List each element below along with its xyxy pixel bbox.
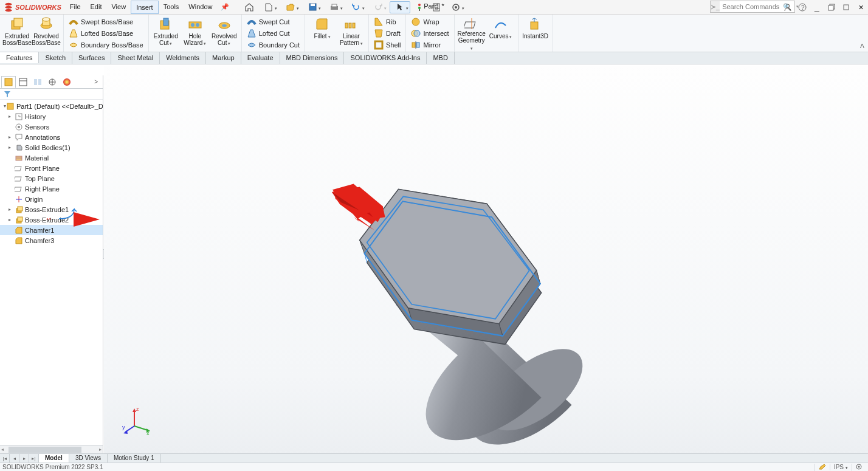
status-edit-icon[interactable] <box>815 464 830 471</box>
hole-wizard-button[interactable]: HoleWizard <box>181 15 210 52</box>
extruded-cut-button[interactable]: ExtrudedCut <box>151 15 181 52</box>
ribbon-tab-mbd-dimensions[interactable]: MBD Dimensions <box>280 52 345 64</box>
swept-cut-button[interactable]: Swept Cut <box>244 16 302 27</box>
btab-first-button[interactable]: |◂ <box>0 454 10 462</box>
tree-item-origin[interactable]: Origin <box>0 194 103 204</box>
svg-rect-17 <box>828 5 833 10</box>
ribbon-group-boss-more: Swept Boss/Base Lofted Boss/Base Boundar… <box>64 15 149 52</box>
ribbon-tab-sketch[interactable]: Sketch <box>39 52 72 64</box>
feature-tree[interactable]: ▾ Part1 (Default) <<Default>_Display St.… <box>0 100 103 445</box>
help-button[interactable]: ? <box>795 0 810 15</box>
tree-item-boss-extrude1[interactable]: ▸Boss-Extrude1 <box>0 204 103 215</box>
fillet-button[interactable]: Fillet <box>308 15 337 52</box>
ribbon-tab-evaluate[interactable]: Evaluate <box>241 52 280 64</box>
fm-tab-tree[interactable] <box>1 76 16 88</box>
shell-button[interactable]: Shell <box>371 40 403 50</box>
minimize-button[interactable]: _ <box>810 0 824 15</box>
tree-item-chamfer3[interactable]: Chamfer3 <box>0 235 103 246</box>
close-button[interactable]: ✕ <box>853 0 868 15</box>
btab-last-button[interactable]: ▸| <box>29 454 39 462</box>
ribbon-group-cut: ExtrudedCut HoleWizard RevolvedCut <box>149 15 242 52</box>
tree-item-right-plane[interactable]: Right Plane <box>0 184 103 194</box>
fm-tab-dimxpert[interactable] <box>45 76 60 88</box>
login-button[interactable] <box>780 0 795 15</box>
pin-menu-icon[interactable]: 📌 <box>221 3 229 11</box>
menu-file[interactable]: File <box>65 1 86 14</box>
revolved-boss-button[interactable]: RevolvedBoss/Base <box>32 15 61 52</box>
svg-rect-31 <box>345 23 348 28</box>
tree-root[interactable]: ▾ Part1 (Default) <<Default>_Display St.… <box>0 101 103 111</box>
menu-edit[interactable]: Edit <box>86 1 107 14</box>
btab-next-button[interactable]: ▸ <box>19 454 29 462</box>
lofted-cut-button[interactable]: Lofted Cut <box>244 28 302 39</box>
options-button[interactable]: ▾ <box>446 1 466 13</box>
menu-view[interactable]: View <box>106 1 131 14</box>
tree-item-solid-bodies-1-[interactable]: ▸Solid Bodies(1) <box>0 142 103 153</box>
revolved-cut-button[interactable]: RevolvedCut <box>210 15 239 52</box>
ribbon-tab-solidworks-add-ins[interactable]: SOLIDWORKS Add-Ins <box>344 52 427 64</box>
tree-hscroll[interactable]: ◂ ▸ <box>0 445 103 453</box>
tree-item-material-not-specified-[interactable]: Material <box>0 153 103 163</box>
new-document-button[interactable]: ▾ <box>258 1 279 13</box>
mirror-button[interactable]: Mirror <box>408 40 451 50</box>
svg-rect-82 <box>15 177 21 181</box>
select-button[interactable]: ▾ <box>390 1 410 13</box>
ribbon-tab-sheet-metal[interactable]: Sheet Metal <box>111 52 160 64</box>
orientation-triad[interactable]: z x y <box>122 405 153 435</box>
fm-expand-button[interactable]: > <box>91 78 102 85</box>
redo-button[interactable]: ▾ <box>368 1 388 13</box>
intersect-button[interactable]: Intersect <box>408 28 451 39</box>
home-button[interactable] <box>241 1 257 13</box>
undo-button[interactable]: ▾ <box>346 1 367 13</box>
ribbon-tab-features[interactable]: Features <box>0 52 39 63</box>
tree-item-boss-extrude2[interactable]: ▸Boss-Extrude2 <box>0 215 103 225</box>
btab-prev-button[interactable]: ◂ <box>10 454 19 462</box>
linear-pattern-button[interactable]: LinearPattern <box>337 15 366 52</box>
print-button[interactable]: ▾ <box>324 1 345 13</box>
tree-item-front-plane[interactable]: Front Plane <box>0 163 103 173</box>
reference-geometry-button[interactable]: ReferenceGeometry <box>457 15 486 52</box>
tree-item-top-plane[interactable]: Top Plane <box>0 173 103 184</box>
tree-item-history[interactable]: ▸History <box>0 111 103 122</box>
wrap-button[interactable]: Wrap <box>408 16 451 27</box>
menu-tools[interactable]: Tools <box>159 1 184 14</box>
tree-item-annotations[interactable]: ▸Annotations <box>0 132 103 142</box>
boundary-cut-button[interactable]: Boundary Cut <box>244 40 302 50</box>
ribbon-tab-surfaces[interactable]: Surfaces <box>72 52 111 64</box>
fm-filter-row[interactable] <box>0 89 103 100</box>
command-search-input[interactable] <box>720 3 780 10</box>
extruded-boss-button[interactable]: ExtrudedBoss/Base <box>2 15 32 52</box>
status-cog-button[interactable] <box>852 464 866 471</box>
rib-button[interactable]: Rib <box>371 16 403 27</box>
bottom-tab-3d-views[interactable]: 3D Views <box>69 454 108 462</box>
fm-tab-property[interactable] <box>16 76 30 88</box>
boundary-boss-button[interactable]: Boundary Boss/Base <box>66 40 146 50</box>
extrude-icon <box>15 216 23 224</box>
model-view[interactable] <box>104 66 868 453</box>
fm-tab-config[interactable] <box>30 76 45 88</box>
bottom-tab-motion-study-1[interactable]: Motion Study 1 <box>108 454 161 462</box>
chamfer-icon <box>15 226 23 235</box>
menu-window[interactable]: Window <box>184 1 217 14</box>
menu-insert[interactable]: Insert <box>131 1 159 14</box>
lofted-boss-button[interactable]: Lofted Boss/Base <box>66 28 146 39</box>
swept-boss-button[interactable]: Swept Boss/Base <box>66 16 146 27</box>
ribbon-tab-weldments[interactable]: Weldments <box>160 52 206 64</box>
save-button[interactable]: ▾ <box>302 1 323 13</box>
ribbon-tab-mbd[interactable]: MBD <box>427 52 454 64</box>
graphics-area[interactable]: z x y <box>104 66 868 453</box>
ribbon-collapse-button[interactable]: ᐱ <box>860 43 864 49</box>
tree-item-chamfer1[interactable]: Chamfer1 <box>0 225 103 235</box>
instant3d-button[interactable]: Instant3D <box>521 15 550 52</box>
curves-button[interactable]: Curves <box>486 15 515 52</box>
fm-tab-display[interactable] <box>60 76 74 88</box>
ribbon-tab-markup[interactable]: Markup <box>206 52 241 64</box>
bottom-tab-model[interactable]: Model <box>39 454 69 462</box>
maximize-button[interactable] <box>839 0 853 15</box>
draft-button[interactable]: Draft <box>371 28 403 39</box>
status-bar: SOLIDWORKS Premium 2022 SP3.1 IPS▾ <box>0 462 868 471</box>
restore-button[interactable] <box>824 0 839 15</box>
open-document-button[interactable]: ▾ <box>280 1 301 13</box>
tree-item-sensors[interactable]: Sensors <box>0 122 103 132</box>
status-units[interactable]: IPS▾ <box>830 464 852 470</box>
